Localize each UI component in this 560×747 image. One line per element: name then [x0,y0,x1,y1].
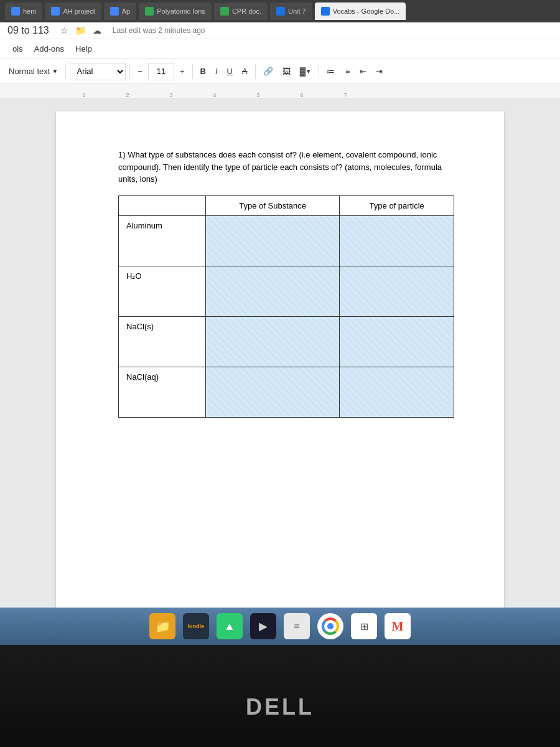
table-cell-nacls-label: NaCl(s) [119,316,206,367]
h2o-particle-input[interactable] [340,266,454,316]
dell-logo: DELL [246,694,314,720]
save-status: Last edit was 2 minutes ago [113,26,205,35]
image-button[interactable]: 🖼 [279,63,294,80]
naclaq-particle-input[interactable] [340,367,454,417]
tab-cpr[interactable]: CPR doc. [214,2,268,20]
aluminum-label: Aluminum [119,216,205,266]
table-row-nacls: NaCl(s) [119,316,454,367]
table-row-naclaq: NaCl(aq) [119,367,454,417]
grid-symbol: ⊞ [360,621,368,632]
play-symbol: ▶ [259,619,268,633]
strikethrough-button[interactable]: A [238,63,251,80]
toolbar-separator-5 [319,64,319,79]
tab-favicon-unit7 [276,7,285,16]
tab-favicon-polyatomic [145,7,154,16]
table-cell-naclaq-particle[interactable] [340,367,454,417]
highlight-icon: ▓ [300,67,306,76]
tab-vocabs[interactable]: Vocabs - Google Do... [315,2,406,20]
tab-unit7[interactable]: Unit 7 [270,2,312,20]
ruler-mark-7: 7 [324,92,367,98]
bold-button[interactable]: B [197,63,210,80]
indent-increase-button[interactable]: ⇥ [372,63,386,80]
toolbar-font-style-dropdown[interactable]: Normal text ▼ [5,63,62,80]
table-row-aluminum: Aluminum [119,215,454,266]
ruler: 1 2 3 4 5 6 7 [0,84,560,99]
toolbar: Normal text ▼ Arial − + B I U A 🔗 🖼 ▓ ▼ … [0,59,560,84]
nacls-particle-input[interactable] [340,317,454,367]
table-cell-aluminum-substance[interactable] [206,215,340,266]
taskbar-triangle-icon[interactable]: ▲ [217,613,243,639]
menu-bar: ols Add-ons Help [0,39,560,59]
table-cell-h2o-substance[interactable] [206,266,340,316]
laptop-bottom: DELL [0,645,560,747]
question-text: 1) What type of substances does each con… [118,149,454,186]
aluminum-particle-input[interactable] [340,216,454,266]
nacls-label: NaCl(s) [119,317,205,367]
ruler-mark-6: 6 [280,92,324,98]
browser-tab-bar: hem AH project Ap Polyatomic Ions CPR do… [0,0,560,22]
folder-icon[interactable]: 📁 [75,25,86,36]
ruler-mark-2: 2 [106,92,149,98]
table-cell-aluminum-label: Aluminum [119,215,206,266]
link-button[interactable]: 🔗 [259,63,277,80]
list-numbered-button[interactable]: ≔ [323,63,338,80]
chevron-down-icon: ▼ [52,68,58,75]
folder-icon-symbol: 📁 [155,619,170,634]
docs-area: 09 to 113 ☆ 📁 ☁ Last edit was 2 minutes … [0,22,560,608]
table-header-type-particle: Type of particle [340,195,454,215]
font-size-increase-button[interactable]: + [176,63,189,80]
taskbar-play-icon[interactable]: ▶ [250,613,276,639]
indent-decrease-button[interactable]: ⇤ [356,63,370,80]
ruler-mark-5: 5 [236,92,280,98]
toolbar-separator-4 [255,64,256,79]
tab-favicon-vocabs [321,7,330,16]
h2o-substance-input[interactable] [206,266,339,316]
cloud-icon[interactable]: ☁ [91,25,103,36]
font-family-select[interactable]: Arial [70,63,126,80]
doc-page: 1) What type of substances does each con… [56,111,504,608]
table-cell-h2o-particle[interactable] [340,266,454,316]
menu-item-ols[interactable]: ols [7,42,28,56]
highlight-color-button[interactable]: ▓ ▼ [296,63,315,80]
ruler-mark-1: 1 [62,92,106,98]
table-cell-naclaq-label: NaCl(aq) [119,367,206,417]
table-cell-naclaq-substance[interactable] [206,367,340,417]
font-size-input[interactable] [148,63,174,80]
table-cell-nacls-substance[interactable] [206,316,340,367]
ruler-mark-3: 3 [149,92,193,98]
chrome-ring [322,618,339,635]
naclaq-label: NaCl(aq) [119,367,205,417]
toolbar-font-label: Normal text [9,67,50,76]
taskbar-kindle-icon[interactable]: kindle [183,613,209,639]
ruler-marks: 1 2 3 4 5 6 7 [0,84,560,98]
tab-polyatomic[interactable]: Polyatomic Ions [139,2,212,20]
menu-item-help[interactable]: Help [70,42,97,56]
tab-ah-project[interactable]: AH project [45,2,101,20]
table-cell-nacls-particle[interactable] [340,316,454,367]
underline-button[interactable]: U [223,63,236,80]
naclaq-substance-input[interactable] [206,367,339,417]
list-bullet-button[interactable]: ≡ [342,63,354,80]
italic-button[interactable]: I [212,63,222,80]
menu-item-addons[interactable]: Add-ons [29,42,69,56]
font-size-decrease-button[interactable]: − [134,63,146,80]
tab-hem[interactable]: hem [5,2,42,20]
kindle-label: kindle [188,623,204,629]
aluminum-substance-input[interactable] [206,216,339,266]
h2o-label: H₂O [119,266,205,316]
doc-content: 1) What type of substances does each con… [0,99,560,608]
nacls-substance-input[interactable] [206,317,339,367]
taskbar-chrome-icon[interactable] [317,613,343,639]
title-bar: 09 to 113 ☆ 📁 ☁ Last edit was 2 minutes … [0,22,560,39]
table-cell-h2o-label: H₂O [119,266,206,316]
taskbar-folder-icon[interactable]: 📁 [149,613,175,639]
taskbar-gmail-icon[interactable]: M [385,613,411,639]
tab-ap[interactable]: Ap [104,2,136,20]
tab-favicon-ah [51,7,60,16]
taskbar: 📁 kindle ▲ ▶ ≡ ⊞ M [0,608,560,645]
toolbar-separator-3 [192,64,193,79]
table-cell-aluminum-particle[interactable] [340,215,454,266]
star-icon[interactable]: ☆ [59,25,70,36]
taskbar-grid-icon[interactable]: ⊞ [351,613,377,639]
taskbar-files-icon[interactable]: ≡ [284,613,310,639]
